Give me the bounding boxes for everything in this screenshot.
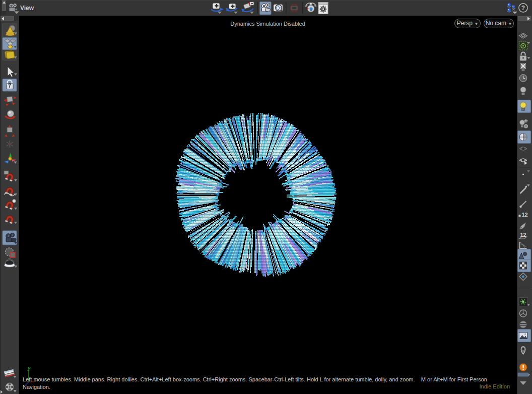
svg-text:12: 12 xyxy=(522,212,528,218)
svg-text:View: View xyxy=(20,5,34,12)
svg-text:?: ? xyxy=(521,5,525,12)
svg-text:y: y xyxy=(27,365,31,371)
svg-text:12: 12 xyxy=(520,232,526,238)
